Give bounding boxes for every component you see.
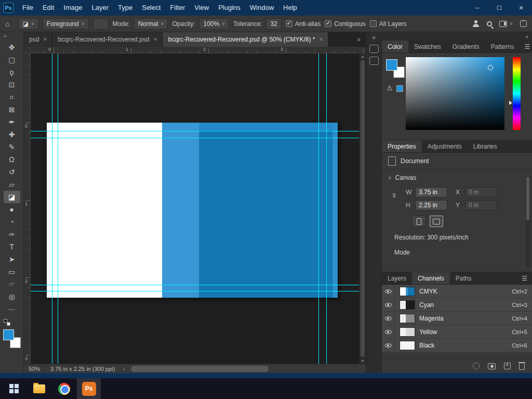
tab-patterns[interactable]: Patterns [485, 41, 520, 52]
menu-help[interactable]: Help [278, 0, 302, 16]
channel-row-yellow[interactable]: Yellow Ctrl+5 [382, 325, 532, 339]
document-canvas[interactable] [47, 123, 338, 298]
properties-scroll-thumb[interactable] [526, 177, 529, 220]
menu-type[interactable]: Type [113, 0, 137, 16]
zoom-tool[interactable]: ◎ [4, 290, 20, 303]
width-field[interactable]: 3.75 in [415, 187, 447, 197]
tab-properties[interactable]: Properties [382, 140, 422, 152]
scroll-up-icon[interactable]: ▲ [360, 55, 366, 58]
chrome-button[interactable] [52, 378, 76, 399]
workspace-icon[interactable] [499, 21, 507, 27]
canvas[interactable]: 0 1 2 3 0 1 2 3 [24, 47, 366, 364]
rectangle-tool[interactable]: ▭ [4, 265, 20, 278]
horizontal-scrollbar[interactable] [128, 364, 364, 373]
move-tool[interactable]: ✥ [4, 41, 20, 54]
load-selection-icon[interactable] [473, 363, 480, 369]
collapsed-panel-icon[interactable] [369, 45, 379, 53]
expand-panels-icon[interactable]: « [372, 34, 376, 41]
link-dimensions-icon[interactable]: ∞ [391, 193, 398, 198]
portrait-orientation-button[interactable] [412, 216, 425, 227]
document-tab[interactable]: bcqrc-Recovered-Recovered.psd × [52, 32, 163, 47]
path-selection-tool[interactable]: ➤ [4, 253, 20, 265]
tolerance-input[interactable]: 32 [266, 18, 281, 30]
tab-close-icon[interactable]: × [43, 36, 47, 43]
panel-menu-icon[interactable]: ☰ [517, 272, 532, 284]
vertical-scrollbar[interactable]: ▲ ▼ [359, 54, 366, 364]
foreground-color-swatch[interactable] [386, 59, 397, 71]
gamut-warning-icon[interactable]: ⚠ [387, 84, 393, 92]
menu-edit[interactable]: Edit [38, 0, 59, 16]
hue-slider-marker[interactable] [509, 101, 512, 105]
home-icon[interactable]: ⌂ [5, 20, 9, 28]
lasso-tool[interactable]: ϙ [4, 66, 20, 78]
channel-row-black[interactable]: Black Ctrl+6 [382, 339, 532, 352]
zoom-level-field[interactable]: 50% [24, 364, 45, 373]
eraser-tool[interactable]: ▱ [4, 178, 20, 191]
document-tab-active[interactable]: bcqrc-Recovered-Recovered.psd @ 50% (CMY… [163, 32, 328, 47]
dodge-tool[interactable]: ◔ [4, 216, 20, 228]
guide-vertical[interactable] [58, 54, 58, 364]
share-icon[interactable] [520, 20, 527, 27]
menu-filter[interactable]: Filter [165, 0, 190, 16]
guide-horizontal[interactable] [31, 291, 359, 291]
guide-vertical[interactable] [326, 54, 327, 364]
horizontal-scroll-thumb[interactable] [131, 366, 269, 372]
start-button[interactable] [2, 378, 26, 399]
object-selection-tool[interactable]: ⊡ [4, 78, 20, 91]
frame-tool[interactable]: ⊠ [4, 103, 20, 116]
photoshop-taskbar-button[interactable]: Ps [77, 378, 101, 399]
tab-adjustments[interactable]: Adjustments [422, 140, 468, 152]
guide-vertical[interactable] [52, 54, 52, 364]
visibility-toggle[interactable] [382, 298, 395, 311]
visibility-toggle[interactable] [382, 285, 395, 298]
minimize-button[interactable]: ─ [467, 0, 488, 16]
menu-window[interactable]: Window [245, 0, 278, 16]
visibility-toggle[interactable] [382, 325, 395, 338]
tab-paths[interactable]: Paths [450, 272, 477, 284]
pattern-picker[interactable] [93, 18, 109, 30]
tab-overflow-icon[interactable]: » [352, 32, 366, 47]
type-tool[interactable]: T [4, 241, 20, 253]
tab-layers[interactable]: Layers [382, 272, 412, 284]
scroll-down-icon[interactable]: ▼ [360, 359, 366, 363]
foreground-color-swatch[interactable] [3, 329, 14, 340]
visibility-toggle[interactable] [382, 339, 395, 352]
visibility-toggle[interactable] [382, 312, 395, 325]
menu-select[interactable]: Select [137, 0, 165, 16]
guide-horizontal[interactable] [31, 131, 359, 131]
pen-tool[interactable]: ✑ [4, 228, 20, 241]
rectangular-marquee-tool[interactable]: ▢ [4, 54, 20, 66]
paint-bucket-tool[interactable]: ◪ [4, 191, 20, 203]
crop-tool[interactable]: ⌗ [4, 91, 20, 103]
tab-channels[interactable]: Channels [412, 272, 450, 284]
vertical-ruler[interactable]: 0 1 2 3 [24, 54, 31, 364]
guide-horizontal[interactable] [31, 285, 359, 285]
document-tab[interactable]: psd × [24, 32, 52, 47]
guide-vertical[interactable] [318, 54, 319, 364]
hand-tool[interactable]: ☞ [4, 278, 20, 290]
channel-row-magenta[interactable]: Magenta Ctrl+4 [382, 312, 532, 325]
tool-preset-picker[interactable]: ◪ ∨ [18, 18, 38, 30]
file-explorer-button[interactable] [27, 378, 51, 399]
hue-slider[interactable] [513, 57, 521, 130]
history-brush-tool[interactable]: ↺ [4, 166, 20, 178]
channel-row-cmyk[interactable]: CMYK Ctrl+2 [382, 285, 532, 298]
saturation-brightness-field[interactable] [406, 57, 504, 130]
horizontal-ruler[interactable]: 0 1 2 3 [31, 47, 366, 54]
new-channel-icon[interactable] [504, 363, 511, 369]
color-cursor-icon[interactable] [488, 65, 493, 70]
toolbar-overflow-icon[interactable]: » [0, 32, 23, 41]
eyedropper-tool[interactable]: ✒ [4, 116, 20, 128]
menu-layer[interactable]: Layer [87, 0, 114, 16]
tab-close-icon[interactable]: × [319, 36, 323, 43]
tab-swatches[interactable]: Swatches [408, 41, 447, 52]
collapse-panels-icon[interactable]: » [525, 34, 528, 39]
tab-gradients[interactable]: Gradients [447, 41, 485, 52]
vertical-scroll-thumb[interactable] [361, 60, 365, 357]
landscape-orientation-button[interactable] [430, 216, 443, 227]
mode-select[interactable]: Normal ∨ [134, 18, 168, 30]
canvas-viewport[interactable]: ▲ ▼ [31, 54, 366, 364]
guide-horizontal[interactable] [31, 138, 359, 138]
height-field[interactable]: 2.25 in [415, 200, 447, 210]
menu-file[interactable]: File [18, 0, 38, 16]
